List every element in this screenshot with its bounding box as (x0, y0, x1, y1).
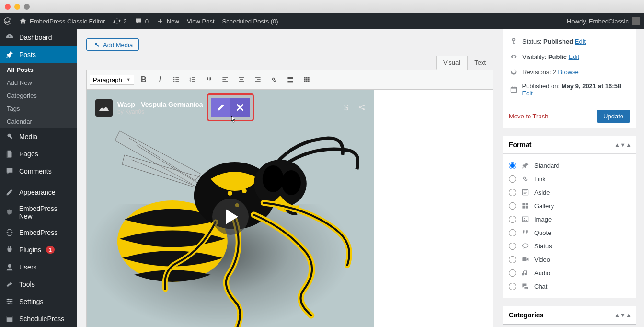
play-button[interactable] (212, 199, 249, 235)
svg-point-58 (363, 108, 365, 110)
format-option-status[interactable]: Status (509, 239, 630, 253)
format-radio[interactable] (509, 162, 516, 169)
revisions-row: Revisions: 2 Browse (509, 64, 630, 80)
submenu-tags[interactable]: Tags (0, 102, 77, 115)
align-right-button[interactable] (251, 73, 264, 86)
format-radio[interactable] (509, 216, 516, 223)
comments-link[interactable]: 0 (135, 17, 149, 25)
menu-tools[interactable]: Tools (0, 276, 77, 293)
submenu-calendar[interactable]: Calendar (0, 115, 77, 128)
tab-text[interactable]: Text (467, 56, 493, 70)
close-icon (236, 103, 244, 112)
panel-up-icon[interactable]: ▴ (616, 141, 619, 148)
menu-media[interactable]: Media (0, 128, 77, 145)
menu-pages[interactable]: Pages (0, 145, 77, 163)
menu-embedpress[interactable]: EmbedPress (0, 224, 77, 241)
panel-down-icon[interactable]: ▾ (621, 141, 624, 148)
menu-schedulepress[interactable]: SchedulePress (0, 310, 77, 327)
format-radio[interactable] (509, 189, 516, 196)
numbered-list-button[interactable]: 123 (186, 73, 199, 86)
menu-posts[interactable]: Posts (0, 46, 77, 63)
format-radio[interactable] (509, 229, 516, 236)
format-radio[interactable] (509, 243, 516, 250)
format-radio[interactable] (509, 283, 516, 290)
format-option-video[interactable]: Video (509, 253, 630, 266)
svg-rect-23 (192, 81, 195, 82)
toolbar-toggle-button[interactable] (300, 73, 313, 86)
menu-comments[interactable]: Comments (0, 163, 77, 180)
readmore-button[interactable] (284, 73, 297, 86)
svg-rect-77 (522, 257, 526, 261)
panel-toggle-icon[interactable]: ▴ (627, 141, 630, 148)
paragraph-select[interactable]: Paragraph (90, 75, 134, 85)
format-label: Link (534, 175, 546, 183)
edit-status-link[interactable]: Edit (575, 38, 586, 45)
blockquote-button[interactable] (202, 73, 216, 86)
svg-rect-21 (192, 79, 195, 80)
format-option-gallery[interactable]: Gallery (509, 199, 630, 212)
howdy-link[interactable]: Howdy, EmbedClassic (567, 17, 640, 25)
format-option-link[interactable]: Link (509, 172, 630, 186)
panel-up-icon[interactable]: ▴ (616, 312, 619, 318)
cursor-icon (229, 115, 238, 126)
menu-embedpress-new[interactable]: EmbedPress New (0, 201, 77, 224)
menu-plugins[interactable]: Plugins1 (0, 241, 77, 258)
italic-button[interactable]: I (153, 73, 167, 86)
embed-preview[interactable]: Wasp - Vespula Germanica by Kyan0s $ (87, 90, 374, 327)
svg-point-7 (10, 301, 12, 303)
status-row: Status: Published Edit (509, 34, 630, 49)
format-option-aside[interactable]: Aside (509, 186, 630, 199)
format-radio[interactable] (509, 175, 516, 183)
panel-down-icon[interactable]: ▾ (621, 312, 624, 318)
svg-rect-13 (175, 77, 179, 78)
menu-dashboard[interactable]: Dashboard (0, 29, 77, 46)
embed-remove-button[interactable] (230, 98, 250, 117)
bold-button[interactable]: B (137, 73, 150, 86)
close-window-dot[interactable] (5, 4, 11, 10)
format-option-audio[interactable]: Audio (509, 266, 630, 280)
embed-share-icon[interactable] (358, 104, 366, 112)
wp-logo[interactable] (4, 17, 12, 25)
move-to-trash-link[interactable]: Move to Trash (509, 113, 548, 120)
update-button[interactable]: Update (597, 110, 630, 123)
svg-point-56 (359, 106, 361, 108)
format-radio[interactable] (509, 269, 516, 277)
submenu-categories[interactable]: Categories (0, 89, 77, 102)
edit-visibility-link[interactable]: Edit (569, 53, 579, 60)
edit-date-link[interactable]: Edit (522, 90, 532, 97)
format-option-chat[interactable]: Chat (509, 280, 630, 293)
submenu-add-new[interactable]: Add New (0, 76, 77, 89)
scheduled-posts-link[interactable]: Scheduled Posts (0) (222, 18, 278, 25)
embed-price-icon[interactable]: $ (344, 104, 348, 112)
format-radio[interactable] (509, 256, 516, 263)
menu-users[interactable]: Users (0, 258, 77, 276)
menu-settings[interactable]: Settings (0, 293, 77, 310)
minimize-window-dot[interactable] (14, 4, 20, 10)
editor-canvas[interactable]: Wasp - Vespula Germanica by Kyan0s $ (86, 90, 493, 327)
format-option-image[interactable]: Image (509, 212, 630, 226)
submenu-all-posts[interactable]: All Posts (0, 63, 77, 76)
add-media-button[interactable]: Add Media (86, 38, 139, 51)
align-center-button[interactable] (235, 73, 248, 86)
format-label: Video (534, 256, 550, 263)
svg-point-2 (8, 264, 11, 268)
maximize-window-dot[interactable] (24, 4, 30, 10)
format-option-standard[interactable]: Standard (509, 159, 630, 172)
updates-link[interactable]: 2 (113, 17, 127, 25)
format-radio[interactable] (509, 202, 516, 210)
align-left-button[interactable] (218, 73, 232, 86)
menu-appearance[interactable]: Appearance (0, 184, 77, 201)
svg-rect-68 (524, 192, 527, 192)
bullet-list-button[interactable] (170, 73, 183, 86)
site-name-link[interactable]: EmbedPress Classic Editor (19, 17, 105, 25)
view-post-link[interactable]: View Post (187, 18, 215, 25)
link-button[interactable] (267, 73, 281, 86)
audio-icon (521, 269, 529, 277)
tab-visual[interactable]: Visual (436, 56, 467, 70)
panel-toggle-icon[interactable]: ▴ (627, 312, 630, 318)
image-icon (521, 215, 529, 223)
embed-edit-button[interactable] (211, 98, 230, 117)
new-link[interactable]: +New (156, 17, 179, 25)
format-option-quote[interactable]: Quote (509, 226, 630, 239)
browse-revisions-link[interactable]: Browse (558, 69, 578, 76)
